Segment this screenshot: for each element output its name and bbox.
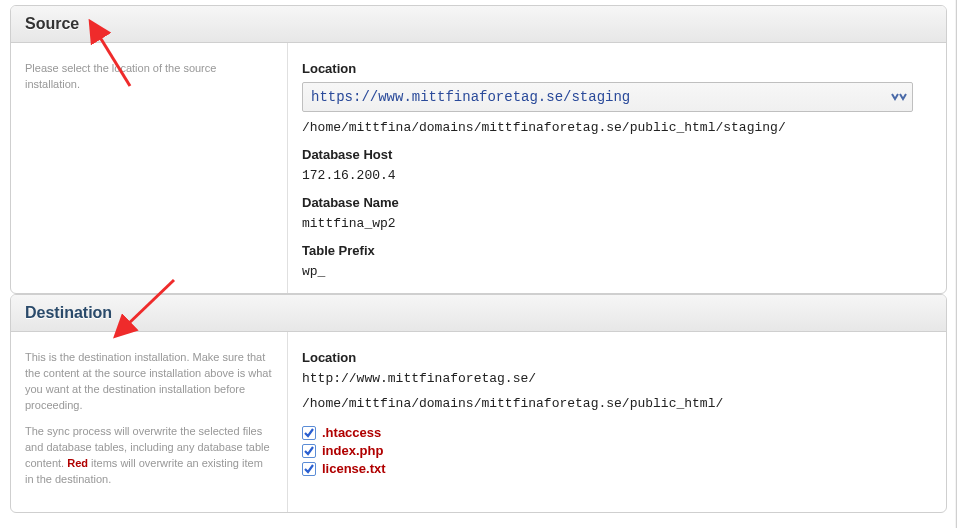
- source-dbname-label: Database Name: [302, 195, 932, 210]
- destination-location-label: Location: [302, 350, 932, 365]
- source-location-select-value: https://www.mittfinaforetag.se/staging: [311, 89, 630, 105]
- destination-help-text-2: The sync process will overwrite the sele…: [25, 424, 273, 488]
- red-text-indicator: Red: [67, 457, 88, 469]
- source-main: Location https://www.mittfinaforetag.se/…: [288, 43, 946, 293]
- source-help-sidebar: Please select the location of the source…: [11, 43, 288, 293]
- source-header: Source: [11, 6, 946, 43]
- file-name: license.txt: [322, 461, 386, 476]
- source-help-text: Please select the location of the source…: [25, 61, 273, 93]
- destination-section: Destination This is the destination inst…: [10, 294, 947, 513]
- destination-main: Location http://www.mittfinaforetag.se/ …: [288, 332, 946, 512]
- source-tableprefix-label: Table Prefix: [302, 243, 932, 258]
- source-location-select[interactable]: https://www.mittfinaforetag.se/staging: [302, 82, 913, 112]
- file-name: .htaccess: [322, 425, 381, 440]
- source-location-label: Location: [302, 61, 932, 76]
- destination-header: Destination: [11, 295, 946, 332]
- source-dbhost-value: 172.16.200.4: [302, 168, 932, 183]
- source-tableprefix-value: wp_: [302, 264, 932, 279]
- destination-location-path: /home/mittfina/domains/mittfinaforetag.s…: [302, 396, 932, 411]
- file-name: index.php: [322, 443, 383, 458]
- source-dbhost-label: Database Host: [302, 147, 932, 162]
- destination-file-list: .htaccessindex.phplicense.txt: [302, 425, 932, 476]
- file-checkbox[interactable]: [302, 444, 316, 458]
- source-section: Source Please select the location of the…: [10, 5, 947, 294]
- file-row: .htaccess: [302, 425, 932, 440]
- destination-location-url: http://www.mittfinaforetag.se/: [302, 371, 932, 386]
- destination-help-sidebar: This is the destination installation. Ma…: [11, 332, 288, 512]
- file-checkbox[interactable]: [302, 462, 316, 476]
- source-location-path: /home/mittfina/domains/mittfinaforetag.s…: [302, 120, 932, 135]
- file-checkbox[interactable]: [302, 426, 316, 440]
- source-dbname-value: mittfina_wp2: [302, 216, 932, 231]
- destination-help-text-1: This is the destination installation. Ma…: [25, 350, 273, 414]
- file-row: license.txt: [302, 461, 932, 476]
- file-row: index.php: [302, 443, 932, 458]
